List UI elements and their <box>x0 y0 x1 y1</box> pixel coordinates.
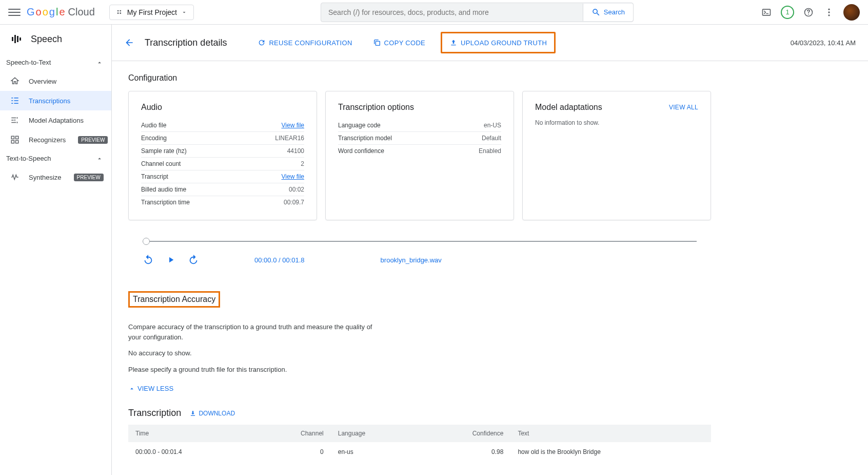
chevron-up-icon <box>96 155 103 162</box>
model-adaptations-card: Model adaptations VIEW ALL No informatio… <box>522 91 711 220</box>
kv-key: Transcription model <box>338 135 392 142</box>
accuracy-description: Compare accuracy of the transcription to… <box>128 322 385 342</box>
page-title: Transcription details <box>145 37 227 48</box>
column-header: Channel <box>254 425 331 442</box>
kv-key: Sample rate (hz) <box>141 147 187 155</box>
content-area: Transcription details REUSE CONFIGURATIO… <box>112 25 868 475</box>
column-header: Text <box>510 425 711 442</box>
page-header: Transcription details REUSE CONFIGURATIO… <box>112 25 868 61</box>
svg-rect-14 <box>16 136 18 139</box>
back-arrow-icon[interactable] <box>124 37 134 48</box>
top-header: Google Cloud My First Project Search 1 <box>0 0 868 25</box>
copy-code-button[interactable]: COPY CODE <box>368 35 430 50</box>
kv-key: Channel count <box>141 160 181 167</box>
download-icon <box>189 410 196 417</box>
transcription-options-card: Transcription options Language codeen-US… <box>325 91 514 220</box>
audio-player: 00:00.0 / 00:01.8 brooklyn_bridge.wav <box>143 241 697 265</box>
svg-point-2 <box>117 12 119 14</box>
svg-rect-16 <box>16 141 18 143</box>
view-less-button[interactable]: VIEW LESS <box>128 385 711 392</box>
more-icon[interactable] <box>823 6 835 18</box>
kv-key: Transcription time <box>141 199 190 206</box>
adaptations-empty: No information to show. <box>535 119 698 126</box>
player-time: 00:00.0 / 00:01.8 <box>254 256 305 264</box>
svg-rect-13 <box>11 136 14 139</box>
table-cell: how old is the Brooklyn Bridge <box>510 442 711 462</box>
kv-row: Transcription time00:09.7 <box>141 196 304 208</box>
hamburger-menu-icon[interactable] <box>8 6 21 18</box>
download-button[interactable]: DOWNLOAD <box>189 410 235 417</box>
cloud-shell-icon[interactable] <box>760 6 773 18</box>
slider-thumb[interactable] <box>143 238 150 245</box>
kv-value: 00:02 <box>289 186 304 193</box>
options-card-title: Transcription options <box>338 103 414 112</box>
kv-value: LINEAR16 <box>275 135 304 142</box>
sidebar-item-synthesize[interactable]: Synthesize PREVIEW <box>0 167 111 187</box>
search-box: Search <box>321 3 634 22</box>
player-filename: brooklyn_bridge.wav <box>381 256 442 264</box>
sidebar-item-model-adaptations[interactable]: Model Adaptations <box>0 110 111 130</box>
search-input[interactable] <box>321 3 583 22</box>
kv-value: Default <box>482 135 501 142</box>
chevron-down-icon <box>181 9 187 15</box>
svg-rect-17 <box>376 41 380 45</box>
kv-key: Audio file <box>141 122 166 129</box>
table-row: 00:00.0 - 00:01.40en-us0.98how old is th… <box>128 442 711 462</box>
kv-link[interactable]: View file <box>282 173 304 180</box>
chevron-up-icon <box>96 59 103 66</box>
svg-point-0 <box>117 10 119 11</box>
search-icon <box>591 8 601 17</box>
upload-icon <box>449 39 458 47</box>
kv-row: Billed audio time00:02 <box>141 183 304 196</box>
kv-link[interactable]: View file <box>282 122 304 129</box>
configuration-title: Configuration <box>128 73 711 83</box>
accuracy-title: Transcription Accuracy <box>128 291 220 308</box>
chevron-up-icon <box>128 385 135 392</box>
rewind-icon[interactable] <box>143 254 154 265</box>
kv-key: Transcript <box>141 173 168 180</box>
project-picker[interactable]: My First Project <box>109 5 194 20</box>
transcription-table: TimeChannelLanguageConfidenceText 00:00.… <box>128 425 711 462</box>
column-header: Confidence <box>417 425 511 442</box>
table-cell: 00:00.0 - 00:01.4 <box>128 442 254 462</box>
sidebar-item-recognizers[interactable]: Recognizers PREVIEW <box>0 130 111 149</box>
kv-key: Billed audio time <box>141 186 186 193</box>
notification-badge[interactable]: 1 <box>781 6 794 19</box>
accuracy-line2: Please specify a ground truth file for t… <box>128 365 385 375</box>
section-text-to-speech[interactable]: Text-to-Speech <box>0 149 111 167</box>
kv-row: Audio fileView file <box>141 119 304 132</box>
player-seek-slider[interactable] <box>143 241 697 242</box>
adaptations-card-title: Model adaptations <box>535 103 602 112</box>
column-header: Language <box>331 425 417 442</box>
reuse-configuration-button[interactable]: REUSE CONFIGURATION <box>252 35 357 50</box>
help-icon[interactable] <box>802 6 815 18</box>
user-avatar[interactable] <box>843 4 860 21</box>
kv-row: EncodingLINEAR16 <box>141 132 304 145</box>
play-icon[interactable] <box>166 255 175 264</box>
preview-badge: PREVIEW <box>74 174 104 181</box>
project-name: My First Project <box>127 8 177 16</box>
svg-rect-10 <box>14 35 16 43</box>
sidebar-product-title: Speech <box>0 25 111 53</box>
table-cell: 0 <box>254 442 331 462</box>
kv-key: Encoding <box>141 135 167 142</box>
view-all-link[interactable]: VIEW ALL <box>669 104 698 111</box>
svg-point-8 <box>828 14 830 16</box>
google-cloud-logo[interactable]: Google Cloud <box>27 6 95 18</box>
upload-ground-truth-button[interactable]: UPLOAD GROUND TRUTH <box>441 32 556 53</box>
sidebar: Speech Speech-to-Text Overview Transcrip… <box>0 25 112 475</box>
svg-rect-9 <box>12 37 13 41</box>
section-speech-to-text[interactable]: Speech-to-Text <box>0 53 111 71</box>
search-button[interactable]: Search <box>583 4 633 21</box>
kv-row: Channel count2 <box>141 158 304 170</box>
transcription-section-title: Transcription <box>128 408 181 419</box>
svg-rect-11 <box>17 36 18 42</box>
forward-icon[interactable] <box>188 254 199 265</box>
sidebar-item-transcriptions[interactable]: Transcriptions <box>0 91 111 110</box>
kv-key: Language code <box>338 122 381 129</box>
sidebar-item-overview[interactable]: Overview <box>0 71 111 91</box>
list-icon <box>10 96 19 105</box>
kv-row: Word confidenceEnabled <box>338 145 501 157</box>
wave-icon <box>10 173 19 182</box>
kv-row: Sample rate (hz)44100 <box>141 145 304 158</box>
